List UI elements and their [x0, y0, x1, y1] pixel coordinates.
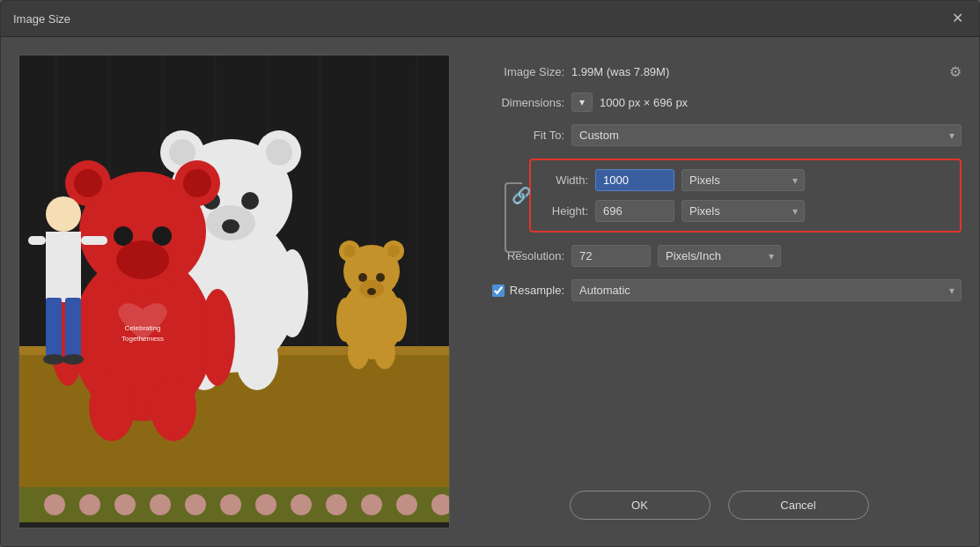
spacer [476, 314, 962, 473]
svg-point-16 [343, 245, 356, 257]
svg-point-66 [79, 494, 100, 515]
image-size-label: Image Size: [476, 65, 564, 78]
close-button[interactable]: ✕ [948, 10, 967, 27]
svg-point-22 [336, 298, 354, 342]
svg-point-69 [185, 494, 206, 515]
width-row: Width: Pixels Percent Inches Centimeters [540, 169, 951, 191]
svg-point-75 [396, 494, 417, 515]
resolution-unit-select[interactable]: Pixels/Inch Pixels/Centimeter [658, 245, 781, 267]
width-unit-wrapper: Pixels Percent Inches Centimeters [682, 169, 805, 191]
resample-checkbox[interactable] [492, 285, 505, 297]
svg-point-63 [63, 354, 84, 365]
svg-point-24 [348, 337, 369, 369]
resolution-unit-wrapper: Pixels/Inch Pixels/Centimeter [658, 245, 781, 267]
svg-point-48 [116, 240, 169, 279]
svg-point-68 [150, 494, 171, 515]
resolution-input[interactable] [571, 245, 651, 267]
svg-point-55 [46, 196, 81, 232]
svg-point-33 [241, 192, 259, 210]
svg-point-19 [376, 273, 385, 282]
svg-point-74 [361, 494, 382, 515]
svg-point-44 [74, 169, 102, 197]
svg-point-67 [114, 494, 136, 515]
height-label: Height: [540, 204, 588, 218]
svg-rect-9 [416, 55, 419, 346]
svg-point-52 [200, 289, 235, 386]
svg-point-18 [358, 273, 367, 282]
svg-text:Togetherness: Togetherness [122, 335, 164, 343]
title-bar: Image Size ✕ [1, 1, 979, 37]
gear-icon[interactable]: ⚙ [949, 63, 962, 80]
svg-point-73 [326, 494, 347, 515]
fit-to-select[interactable]: Custom Original Size Web (1024 × 768) [571, 124, 962, 146]
svg-rect-61 [65, 298, 81, 359]
fit-to-label: Fit To: [476, 129, 564, 142]
preview-canvas: Celebrating Togetherness [19, 55, 450, 522]
svg-point-71 [255, 494, 276, 515]
height-unit-wrapper: Pixels Percent Inches Centimeters [682, 200, 805, 222]
svg-point-39 [236, 329, 278, 390]
svg-point-72 [291, 494, 312, 515]
svg-point-35 [222, 219, 239, 233]
height-unit-select[interactable]: Pixels Percent Inches Centimeters [682, 200, 805, 222]
dimensions-dropdown-button[interactable]: ▾ [571, 92, 593, 112]
resolution-row: Resolution: Pixels/Inch Pixels/Centimete… [476, 245, 962, 267]
svg-point-53 [89, 374, 135, 441]
dialog-body: Celebrating Togetherness [1, 37, 979, 546]
svg-point-70 [220, 494, 241, 515]
image-size-value: 1.99M (was 7.89M) [571, 65, 939, 78]
resample-checkbox-label[interactable]: Resample: [476, 284, 564, 297]
cancel-button[interactable]: Cancel [728, 491, 869, 520]
wh-box: Width: Pixels Percent Inches Centimeters [529, 159, 962, 233]
ok-button[interactable]: OK [570, 491, 711, 520]
svg-point-23 [389, 298, 407, 342]
dimensions-value: 1000 px × 696 px [600, 96, 688, 109]
svg-rect-60 [46, 298, 62, 359]
dimensions-controls: ▾ 1000 px × 696 px [571, 92, 688, 112]
svg-text:Celebrating: Celebrating [125, 324, 161, 332]
dimensions-row: Dimensions: ▾ 1000 px × 696 px [476, 92, 962, 112]
svg-rect-58 [28, 236, 46, 245]
width-input[interactable] [595, 169, 674, 191]
height-input[interactable] [595, 200, 674, 222]
svg-point-37 [276, 249, 308, 337]
dimensions-label: Dimensions: [476, 96, 564, 109]
resample-label: Resample: [510, 284, 564, 297]
svg-rect-7 [319, 55, 322, 346]
width-label: Width: [540, 174, 588, 187]
resample-method-select[interactable]: Automatic Preserve Details 2.0 Bicubic S… [571, 279, 962, 301]
resample-method-wrapper: Automatic Preserve Details 2.0 Bicubic S… [571, 279, 962, 301]
svg-point-45 [183, 169, 211, 197]
svg-point-62 [43, 354, 64, 365]
buttons-row: OK Cancel [476, 473, 962, 529]
width-unit-select[interactable]: Pixels Percent Inches Centimeters [682, 169, 805, 191]
settings-panel: Image Size: 1.99M (was 7.89M) ⚙ Dimensio… [476, 55, 962, 529]
image-size-dialog: Image Size ✕ [0, 0, 980, 547]
svg-point-25 [374, 337, 395, 369]
link-chain-icon[interactable]: 🔗 [512, 186, 531, 205]
svg-rect-59 [81, 236, 107, 245]
svg-point-17 [387, 245, 400, 257]
resample-row: Resample: Automatic Preserve Details 2.0… [476, 279, 962, 301]
image-preview: Celebrating Togetherness [18, 55, 450, 529]
height-row: Height: Pixels Percent Inches Centimeter… [540, 200, 951, 222]
svg-point-31 [266, 139, 292, 166]
width-height-section: 🔗 Width: Pixels Percent Inches [476, 159, 962, 233]
image-size-row: Image Size: 1.99M (was 7.89M) ⚙ [476, 63, 962, 80]
svg-rect-57 [46, 232, 81, 302]
svg-point-54 [151, 374, 196, 441]
fit-to-row: Fit To: Custom Original Size Web (1024 ×… [476, 124, 962, 146]
svg-point-65 [44, 494, 65, 515]
fit-to-select-wrapper: Custom Original Size Web (1024 × 768) [571, 124, 962, 146]
dialog-title: Image Size [13, 12, 70, 26]
svg-point-21 [367, 288, 376, 295]
